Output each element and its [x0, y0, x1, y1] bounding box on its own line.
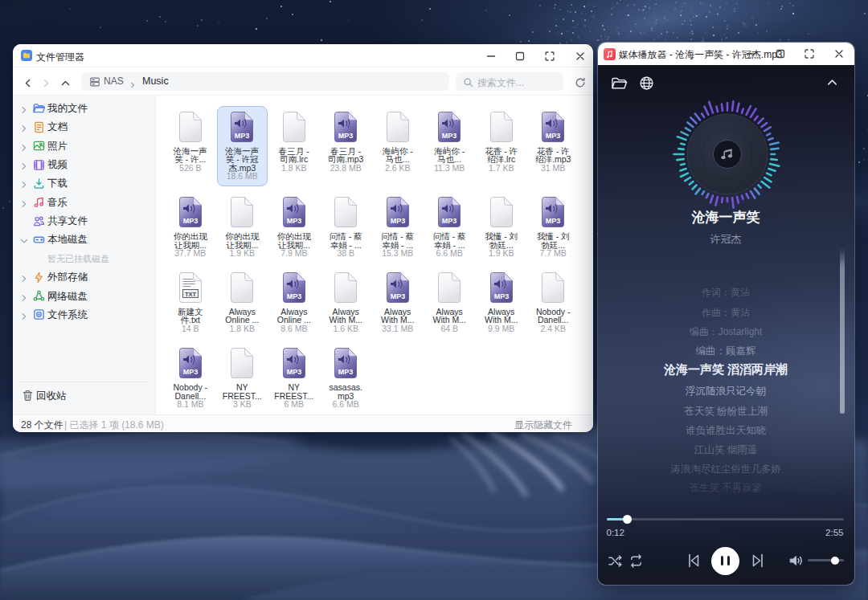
svg-text:TXT: TXT: [185, 290, 197, 297]
svg-text:MP3: MP3: [390, 292, 405, 300]
svg-text:MP3: MP3: [183, 368, 199, 376]
svg-text:MP3: MP3: [235, 132, 250, 140]
svg-text:MP3: MP3: [442, 217, 457, 225]
svg-text:MP3: MP3: [338, 368, 354, 376]
svg-text:MP3: MP3: [390, 217, 405, 225]
svg-text:MP3: MP3: [287, 217, 302, 225]
svg-text:MP3: MP3: [546, 132, 561, 140]
svg-text:MP3: MP3: [493, 292, 509, 300]
svg-text:MP3: MP3: [287, 292, 302, 300]
svg-text:MP3: MP3: [287, 368, 302, 376]
svg-text:MP3: MP3: [338, 132, 354, 140]
svg-text:MP3: MP3: [183, 217, 199, 225]
svg-text:MP3: MP3: [546, 217, 561, 225]
svg-text:MP3: MP3: [442, 132, 457, 140]
